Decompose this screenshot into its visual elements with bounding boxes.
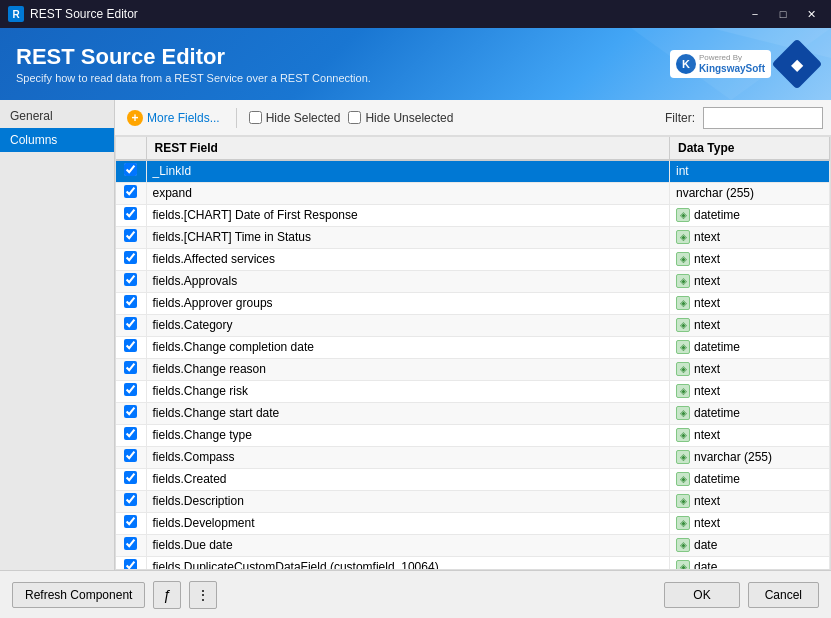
- type-text: int: [676, 164, 689, 178]
- logo-text: Powered By KingswaySoft: [699, 53, 765, 75]
- col-header-type: Data Type: [670, 137, 830, 160]
- type-text: ntext: [694, 318, 720, 332]
- table-row[interactable]: _LinkIdint: [116, 160, 830, 182]
- filter-input[interactable]: [703, 107, 823, 129]
- row-field-name: fields.Due date: [146, 534, 670, 556]
- row-data-type: ◈datetime: [670, 468, 830, 490]
- fields-table-container[interactable]: REST Field Data Type _LinkIdintexpandnva…: [115, 136, 831, 570]
- sidebar: General Columns: [0, 100, 115, 570]
- table-row[interactable]: expandnvarchar (255): [116, 182, 830, 204]
- row-checkbox-cell: [116, 380, 146, 402]
- icon-button-1[interactable]: ƒ: [153, 581, 181, 609]
- row-field-name: fields.Compass: [146, 446, 670, 468]
- table-row[interactable]: fields.Change completion date◈datetime: [116, 336, 830, 358]
- table-row[interactable]: fields.Approvals◈ntext: [116, 270, 830, 292]
- table-row[interactable]: fields.Compass◈nvarchar (255): [116, 446, 830, 468]
- row-data-type: ◈nvarchar (255): [670, 446, 830, 468]
- type-icon: ◈: [676, 560, 690, 570]
- sidebar-item-general[interactable]: General: [0, 104, 114, 128]
- row-checkbox-cell: [116, 160, 146, 182]
- row-checkbox[interactable]: [124, 383, 137, 396]
- row-checkbox[interactable]: [124, 471, 137, 484]
- row-checkbox[interactable]: [124, 163, 137, 176]
- row-checkbox[interactable]: [124, 427, 137, 440]
- row-checkbox[interactable]: [124, 229, 137, 242]
- table-header-row: REST Field Data Type: [116, 137, 830, 160]
- type-text: datetime: [694, 406, 740, 420]
- logo-k-icon: K: [676, 54, 696, 74]
- row-field-name: fields.Approver groups: [146, 292, 670, 314]
- row-checkbox[interactable]: [124, 405, 137, 418]
- type-text: date: [694, 538, 717, 552]
- row-checkbox-cell: [116, 314, 146, 336]
- hide-selected-checkbox-label[interactable]: Hide Selected: [249, 111, 341, 125]
- type-icon: ◈: [676, 340, 690, 354]
- row-field-name: fields.Change risk: [146, 380, 670, 402]
- table-row[interactable]: fields.Affected services◈ntext: [116, 248, 830, 270]
- table-row[interactable]: fields.Change risk◈ntext: [116, 380, 830, 402]
- hide-unselected-checkbox[interactable]: [348, 111, 361, 124]
- sidebar-item-columns[interactable]: Columns: [0, 128, 114, 152]
- row-checkbox[interactable]: [124, 493, 137, 506]
- header-subtitle: Specify how to read data from a REST Ser…: [16, 72, 371, 84]
- table-row[interactable]: fields.Created◈datetime: [116, 468, 830, 490]
- type-text: ntext: [694, 296, 720, 310]
- row-checkbox[interactable]: [124, 251, 137, 264]
- type-text: datetime: [694, 340, 740, 354]
- row-data-type: ◈ntext: [670, 314, 830, 336]
- row-checkbox[interactable]: [124, 317, 137, 330]
- row-checkbox-cell: [116, 556, 146, 570]
- toolbar: + More Fields... Hide Selected Hide Unse…: [115, 100, 831, 136]
- more-fields-button[interactable]: + More Fields...: [123, 108, 224, 128]
- table-row[interactable]: fields.Change type◈ntext: [116, 424, 830, 446]
- row-checkbox[interactable]: [124, 537, 137, 550]
- col-header-field: REST Field: [146, 137, 670, 160]
- row-checkbox[interactable]: [124, 339, 137, 352]
- table-row[interactable]: fields.Approver groups◈ntext: [116, 292, 830, 314]
- refresh-label: Refresh Component: [25, 588, 132, 602]
- app-icon: R: [8, 6, 24, 22]
- row-checkbox[interactable]: [124, 361, 137, 374]
- table-row[interactable]: fields.[CHART] Date of First Response◈da…: [116, 204, 830, 226]
- row-checkbox-cell: [116, 292, 146, 314]
- row-checkbox[interactable]: [124, 207, 137, 220]
- type-text: ntext: [694, 494, 720, 508]
- row-checkbox[interactable]: [124, 449, 137, 462]
- table-row[interactable]: fields.DuplicateCustomDataField (customf…: [116, 556, 830, 570]
- row-data-type: ◈ntext: [670, 380, 830, 402]
- hide-selected-checkbox[interactable]: [249, 111, 262, 124]
- row-field-name: fields.Category: [146, 314, 670, 336]
- row-checkbox[interactable]: [124, 515, 137, 528]
- row-field-name: fields.Change type: [146, 424, 670, 446]
- type-icon: ◈: [676, 494, 690, 508]
- table-row[interactable]: fields.Change reason◈ntext: [116, 358, 830, 380]
- type-icon: ◈: [676, 450, 690, 464]
- table-row[interactable]: fields.Due date◈date: [116, 534, 830, 556]
- table-row[interactable]: fields.Category◈ntext: [116, 314, 830, 336]
- hide-unselected-checkbox-label[interactable]: Hide Unselected: [348, 111, 453, 125]
- table-row[interactable]: fields.Development◈ntext: [116, 512, 830, 534]
- row-checkbox[interactable]: [124, 273, 137, 286]
- table-row[interactable]: fields.[CHART] Time in Status◈ntext: [116, 226, 830, 248]
- icon-button-2[interactable]: ⋮: [189, 581, 217, 609]
- cancel-button[interactable]: Cancel: [748, 582, 819, 608]
- type-icon: ◈: [676, 516, 690, 530]
- close-button[interactable]: ✕: [799, 4, 823, 24]
- row-checkbox-cell: [116, 248, 146, 270]
- table-row[interactable]: fields.Change start date◈datetime: [116, 402, 830, 424]
- refresh-component-button[interactable]: Refresh Component: [12, 582, 145, 608]
- fields-table: REST Field Data Type _LinkIdintexpandnva…: [116, 137, 830, 570]
- row-checkbox[interactable]: [124, 295, 137, 308]
- ok-button[interactable]: OK: [664, 582, 739, 608]
- table-row[interactable]: fields.Description◈ntext: [116, 490, 830, 512]
- minimize-button[interactable]: −: [743, 4, 767, 24]
- type-text: date: [694, 560, 717, 570]
- row-checkbox[interactable]: [124, 185, 137, 198]
- row-checkbox[interactable]: [124, 559, 137, 570]
- row-data-type: ◈date: [670, 534, 830, 556]
- row-checkbox-cell: [116, 358, 146, 380]
- header-panel: REST Source Editor Specify how to read d…: [0, 28, 831, 100]
- row-data-type: ◈datetime: [670, 402, 830, 424]
- row-checkbox-cell: [116, 490, 146, 512]
- maximize-button[interactable]: □: [771, 4, 795, 24]
